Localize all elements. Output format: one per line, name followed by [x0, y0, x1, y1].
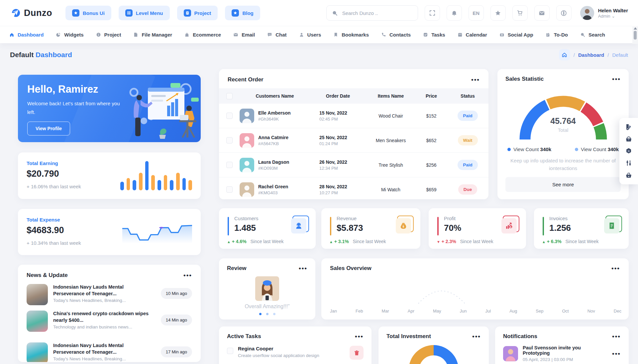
- basket-icon[interactable]: [624, 170, 634, 180]
- notifications-title: Notifications: [503, 333, 537, 340]
- messages-button[interactable]: [534, 5, 550, 21]
- row-checkbox[interactable]: [226, 137, 233, 143]
- news-item-time: 10 Min ago: [161, 288, 192, 299]
- nav-item-calendar[interactable]: Calendar: [458, 32, 487, 38]
- order-price: $152: [416, 113, 447, 119]
- nav-item-tasks[interactable]: Tasks: [423, 32, 445, 38]
- search-input[interactable]: [342, 10, 412, 16]
- see-more-button[interactable]: See more: [505, 177, 621, 192]
- row-checkbox[interactable]: [226, 113, 233, 119]
- scrollbar-thumb: [634, 31, 637, 40]
- news-thumbnail: [27, 311, 48, 332]
- news-item-title[interactable]: Indonesian Navy Lauds Mental Perseveranc…: [53, 284, 153, 297]
- language-button[interactable]: EN: [469, 5, 484, 21]
- gauge-legend-item: View Count 340k: [575, 146, 619, 152]
- page-scrollbar[interactable]: [632, 27, 638, 44]
- pill-project[interactable]: Project: [177, 6, 218, 20]
- dark-mode-button[interactable]: [556, 5, 572, 21]
- stat-label: Customers: [234, 216, 259, 221]
- notifications-menu-button[interactable]: •••: [612, 335, 621, 338]
- pill-level-menu[interactable]: Level Menu: [119, 6, 170, 20]
- view-profile-button[interactable]: View Profile: [27, 122, 70, 136]
- carousel-dot[interactable]: [273, 313, 275, 315]
- settings-nut-icon[interactable]: [624, 146, 634, 156]
- notification-avatar: [503, 346, 518, 361]
- review-carousel-dots: [227, 313, 307, 315]
- bookmark-button[interactable]: [490, 5, 506, 21]
- breadcrumb-dashboard[interactable]: Dashboard: [578, 52, 604, 58]
- sales-statistic-menu-button[interactable]: •••: [612, 77, 621, 81]
- nav-item-dashboard[interactable]: Dashboard: [9, 32, 44, 38]
- total-investment-title: Total Investment: [386, 333, 431, 340]
- news-item[interactable]: China's renewed crypto crackdown wipes n…: [27, 311, 192, 332]
- color-swatch-icon[interactable]: [624, 122, 634, 132]
- select-all-checkbox[interactable]: [226, 93, 233, 99]
- pill-blog[interactable]: Blog: [225, 6, 260, 20]
- sliders-icon[interactable]: [624, 158, 634, 168]
- brand-logo[interactable]: Dunzo: [10, 7, 52, 19]
- table-row: Anna Catmire #A5647KB 25 Nov, 2022 01:24…: [219, 128, 488, 152]
- gauge-legend: View Count 340k View Count 340k: [505, 146, 621, 152]
- moneybag-icon: $: [396, 216, 414, 233]
- total-expense-line-chart: [122, 222, 192, 243]
- notification-time: 05 April, 2023 | 03:00 PM: [523, 357, 607, 362]
- pill-bonus-ui[interactable]: Bonus Ui: [65, 6, 111, 20]
- table-header: Customers Name Order Date Items Name Pri…: [219, 88, 488, 104]
- user-role: Admin ⌄: [598, 14, 628, 19]
- status-badge: Paid: [458, 111, 478, 121]
- paint-bucket-icon[interactable]: [624, 134, 634, 144]
- active-tasks-menu-button[interactable]: •••: [355, 335, 364, 338]
- breadcrumb-default[interactable]: Default: [612, 52, 628, 58]
- news-item[interactable]: Indonesian Navy Lauds Mental Perseveranc…: [27, 284, 192, 305]
- customer-name: Anna Catmire: [258, 135, 288, 140]
- breadcrumb-home-button[interactable]: [559, 49, 570, 60]
- nav-item-bookmarks[interactable]: Bookmarks: [333, 32, 369, 38]
- nav-item-contacts[interactable]: Contacts: [381, 32, 411, 38]
- nav-item-search[interactable]: Search: [580, 32, 605, 38]
- carousel-dot[interactable]: [266, 313, 268, 315]
- nav-item-to-do[interactable]: To-Do: [546, 32, 568, 38]
- user-avatar: [580, 6, 594, 20]
- news-item-title[interactable]: China's renewed crypto crackdown wipes n…: [53, 311, 153, 323]
- fullscreen-button[interactable]: [425, 5, 440, 21]
- nav-item-chat[interactable]: Chat: [267, 32, 286, 38]
- row-checkbox[interactable]: [226, 186, 233, 193]
- stat-value: 1.485: [234, 223, 256, 233]
- star-icon: [495, 10, 501, 16]
- notifications-button[interactable]: [447, 5, 462, 21]
- delete-task-button[interactable]: [350, 346, 364, 360]
- total-expense-card: Total Expense $4683.90 + 10.34% than las…: [18, 209, 201, 255]
- review-menu-button[interactable]: •••: [299, 267, 307, 270]
- user-menu[interactable]: Helen Walter Admin ⌄: [580, 6, 628, 20]
- task-row: Regina Cooper Create userflow social app…: [227, 346, 364, 360]
- main-nav: Dashboard Widgets Project File Manager E…: [0, 26, 638, 43]
- nav-item-users[interactable]: Users: [299, 32, 321, 38]
- total-earning-bar-chart: [120, 161, 192, 190]
- sales-overview-menu-button[interactable]: •••: [611, 267, 620, 270]
- nav-item-file-manager[interactable]: File Manager: [133, 32, 172, 38]
- task-checkbox[interactable]: [227, 348, 233, 354]
- recent-order-menu-button[interactable]: •••: [471, 78, 480, 81]
- news-item-title[interactable]: Indonesian Navy Lauds Mental Perseveranc…: [53, 342, 153, 355]
- doc-icon: [184, 9, 191, 17]
- order-date: 25 Nov, 2022: [319, 135, 347, 140]
- star-icon: [72, 9, 79, 17]
- row-checkbox[interactable]: [226, 162, 233, 168]
- news-item[interactable]: Indonesian Navy Lauds Mental Perseveranc…: [27, 342, 192, 362]
- sales-overview-title: Sales Overview: [330, 265, 372, 272]
- carousel-dot[interactable]: [259, 313, 262, 315]
- cart-button[interactable]: [512, 5, 528, 21]
- nav-item-email[interactable]: Email: [233, 32, 255, 38]
- stat-delta: ▲ + 3.1% Since last Week: [329, 239, 386, 244]
- nav-item-project[interactable]: Project: [96, 32, 121, 38]
- notification-item-menu-button[interactable]: •••: [612, 352, 621, 355]
- news-menu-button[interactable]: •••: [183, 274, 192, 277]
- total-investment-menu-button[interactable]: •••: [472, 335, 481, 338]
- review-photo: [255, 276, 279, 301]
- mail-icon: [233, 32, 238, 37]
- search-box[interactable]: [326, 5, 418, 21]
- gauge-legend-item: View Count 340k: [507, 146, 551, 152]
- nav-item-widgets[interactable]: Widgets: [56, 32, 83, 38]
- nav-item-social-app[interactable]: Social App: [499, 32, 533, 38]
- nav-item-ecommerce[interactable]: Ecommerce: [184, 32, 221, 38]
